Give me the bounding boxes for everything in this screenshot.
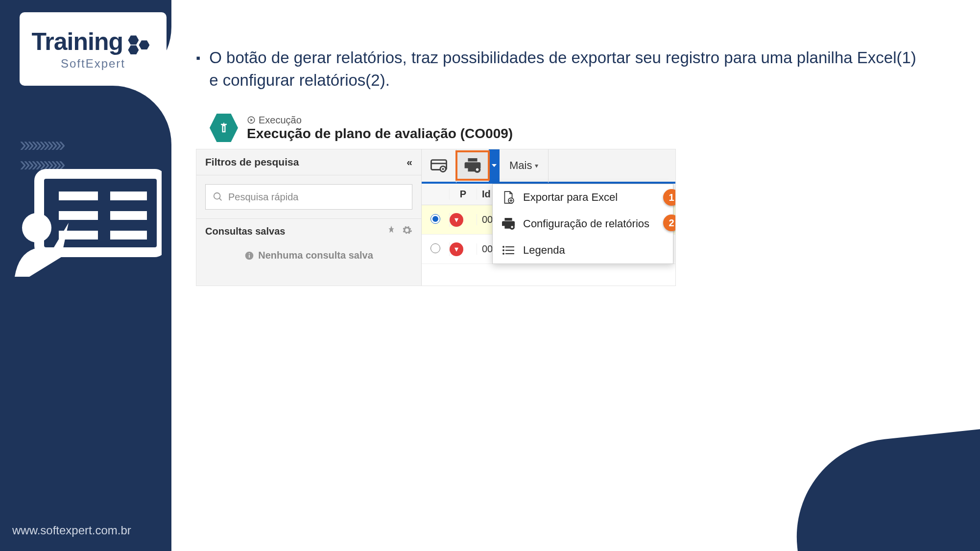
search-icon	[213, 192, 223, 202]
reports-button[interactable]	[455, 150, 490, 181]
menu-report-config[interactable]: Configuração de relatórios 2	[493, 211, 673, 237]
printer-gear-icon	[464, 158, 481, 173]
brand-logo-card: Training SoftExpert	[20, 12, 167, 86]
presenter-icon	[15, 169, 162, 277]
page-title: Execução de plano de avaliação (CO009)	[247, 126, 513, 142]
module-hex-icon	[210, 114, 238, 142]
slide-content: ▪ O botão de gerar relatórios, traz poss…	[196, 47, 951, 286]
bullet-text: O botão de gerar relatórios, traz possib…	[209, 47, 919, 92]
svg-rect-13	[249, 253, 250, 254]
decorative-chevrons: ››››››››››››››››››››››	[20, 135, 63, 174]
reports-dropdown: Exportar para Excel 1 Configuração de re…	[492, 184, 673, 264]
svg-point-9	[214, 193, 220, 199]
filters-panel: Filtros de pesquisa « Pesquisa rápida Co…	[196, 149, 422, 286]
breadcrumb: Execução	[247, 115, 513, 126]
view-button[interactable]	[422, 149, 456, 183]
gear-icon[interactable]	[402, 225, 412, 238]
menu-item-label: Configuração de relatórios	[523, 217, 649, 230]
toolbar: Mais▾	[422, 149, 675, 184]
caret-down-icon	[492, 164, 497, 167]
brand-logo-subtext: SoftExpert	[61, 57, 125, 71]
search-placeholder: Pesquisa rápida	[228, 192, 298, 203]
list-icon	[502, 245, 515, 255]
file-export-icon	[502, 191, 515, 204]
screenshot-panel: Execução Execução de plano de avaliação …	[196, 114, 676, 286]
callout-badge: 1	[663, 189, 676, 206]
row-radio[interactable]	[430, 243, 440, 253]
caret-down-icon: ▾	[535, 162, 538, 169]
menu-item-label: Legenda	[523, 244, 565, 257]
records-panel: Mais▾ P Id ▾ 00 ▾ 00	[422, 149, 675, 286]
callout-badge: 2	[663, 215, 676, 231]
no-saved-queries: Nenhuma consulta salva	[196, 242, 421, 261]
hex-cluster-icon	[125, 35, 154, 60]
column-p[interactable]: P	[449, 189, 477, 200]
priority-badge-icon: ▾	[450, 242, 463, 256]
card-eye-icon	[430, 158, 447, 173]
svg-point-26	[502, 246, 504, 248]
menu-item-label: Exportar para Excel	[523, 191, 618, 204]
info-icon	[244, 251, 254, 261]
svg-point-17	[442, 168, 444, 170]
svg-point-7	[22, 213, 51, 242]
collapse-icon[interactable]: «	[406, 156, 412, 168]
saved-queries-heading: Consultas salvas	[205, 226, 285, 237]
brand-logo-text: Training	[32, 28, 123, 55]
footer-url: www.softexpert.com.br	[12, 524, 131, 537]
play-circle-icon	[247, 116, 256, 124]
svg-point-22	[511, 226, 513, 228]
svg-rect-12	[249, 255, 250, 258]
svg-point-27	[502, 249, 504, 251]
filters-heading: Filtros de pesquisa	[205, 156, 299, 168]
breadcrumb-label: Execução	[259, 115, 302, 126]
priority-badge-icon: ▾	[450, 213, 463, 227]
pin-icon[interactable]	[386, 225, 397, 238]
svg-line-10	[219, 198, 222, 201]
printer-gear-icon	[502, 218, 515, 230]
reports-dropdown-toggle[interactable]	[489, 149, 500, 183]
row-radio[interactable]	[430, 214, 440, 224]
svg-point-19	[476, 168, 478, 170]
more-label: Mais	[509, 159, 532, 172]
search-input[interactable]: Pesquisa rápida	[205, 184, 412, 210]
menu-legend[interactable]: Legenda	[493, 237, 673, 264]
svg-point-28	[502, 253, 504, 255]
bullet-icon: ▪	[196, 47, 200, 92]
more-button[interactable]: Mais▾	[500, 149, 549, 183]
corner-shape	[787, 428, 980, 551]
menu-export-excel[interactable]: Exportar para Excel 1	[493, 184, 673, 211]
